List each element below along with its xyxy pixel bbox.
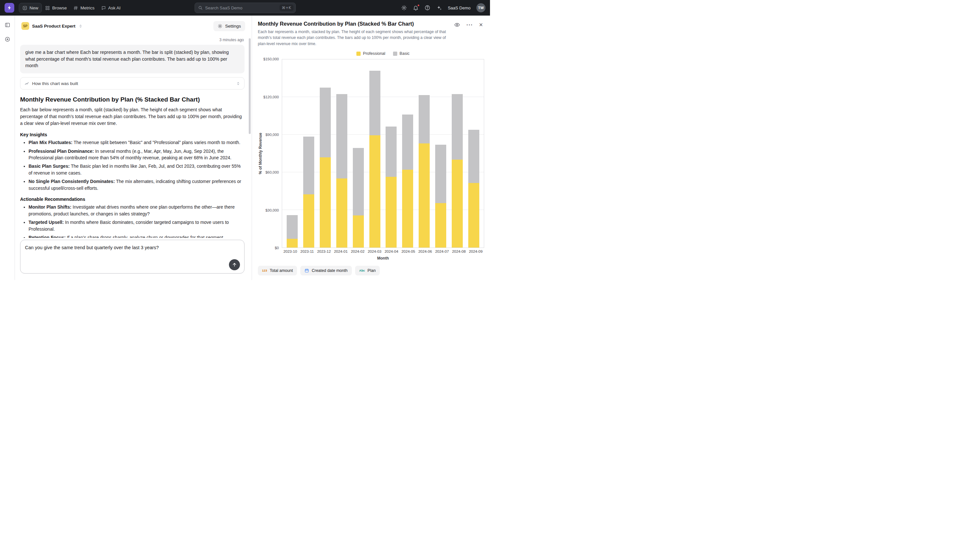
- main-area: SP SaaS Product Expert Settings 3 minute…: [0, 15, 490, 280]
- plus-circle-icon: [5, 36, 10, 42]
- ai-sparkles-button[interactable]: [436, 5, 442, 11]
- bar-2024-07[interactable]: [435, 59, 446, 248]
- user-message: give me a bar chart where Each bar repre…: [20, 45, 244, 73]
- bar-segment-basic[interactable]: [419, 95, 430, 143]
- key-insights-heading: Key Insights: [20, 132, 244, 137]
- bar-segment-professional[interactable]: [468, 183, 479, 248]
- x-tick: 2024-08: [450, 250, 467, 253]
- field-pill-label: Total amount: [270, 268, 293, 273]
- how-chart-built-expander[interactable]: How this chart was built: [20, 77, 244, 90]
- bar-segment-professional[interactable]: [320, 157, 331, 248]
- agent-name: SaaS Product Expert: [32, 24, 76, 28]
- close-panel-button[interactable]: ×: [479, 22, 483, 28]
- field-pills: 123 Total amount Created date month Abc …: [258, 266, 484, 275]
- bar-2023-10[interactable]: [287, 59, 298, 248]
- bar-segment-basic[interactable]: [402, 115, 413, 170]
- number-123-icon: 123: [262, 269, 267, 272]
- new-button[interactable]: New: [19, 3, 42, 13]
- bar-segment-basic[interactable]: [353, 148, 364, 216]
- plot-area: [282, 59, 484, 248]
- bar-2024-08[interactable]: [452, 59, 463, 248]
- x-axis-label: Month: [282, 256, 484, 260]
- chart-panel: Monthly Revenue Contribution by Plan (St…: [252, 15, 490, 280]
- chevron-up-down-icon: [78, 24, 83, 28]
- x-tick: 2023-10: [282, 250, 299, 253]
- field-pill-label: Plan: [367, 268, 375, 273]
- search-icon: [198, 5, 203, 10]
- bar-2024-03[interactable]: [369, 59, 380, 248]
- bar-segment-basic[interactable]: [468, 130, 479, 183]
- workspace-button[interactable]: SaaS Demo: [448, 5, 470, 10]
- field-pill-created-date-month[interactable]: Created date month: [300, 266, 352, 275]
- bar-segment-basic[interactable]: [369, 71, 380, 135]
- global-search[interactable]: ⌘+K: [194, 3, 296, 13]
- app-logo[interactable]: [5, 3, 14, 13]
- bar-2023-11[interactable]: [303, 59, 314, 248]
- notification-badge: [417, 4, 420, 7]
- search-input[interactable]: [205, 5, 277, 10]
- bar-segment-professional[interactable]: [435, 203, 446, 248]
- bar-2024-04[interactable]: [385, 59, 397, 248]
- ask-ai-button-label: Ask AI: [108, 5, 121, 10]
- notifications-button[interactable]: [413, 5, 419, 11]
- scrollbar-thumb[interactable]: [249, 38, 251, 134]
- bar-2023-12[interactable]: [320, 59, 331, 248]
- ask-ai-button[interactable]: Ask AI: [98, 3, 124, 13]
- app-window: New Browse Metrics Ask AI ⌘+K: [0, 0, 490, 280]
- bar-segment-professional[interactable]: [402, 170, 413, 248]
- chat-input[interactable]: [20, 240, 244, 273]
- agent-selector[interactable]: SP SaaS Product Expert: [20, 20, 85, 32]
- bar-segment-professional[interactable]: [287, 239, 298, 248]
- x-axis-ticks: 2023-102023-112023-122024-012024-022024-…: [282, 248, 484, 253]
- bar-segment-basic[interactable]: [385, 127, 397, 177]
- legend-item-basic[interactable]: Basic: [393, 51, 410, 56]
- chat-settings-label: Settings: [225, 24, 241, 28]
- field-pill-plan[interactable]: Abc Plan: [355, 266, 380, 275]
- recommendation-item: Targeted Upsell: In months where Basic d…: [28, 219, 244, 232]
- bar-2024-02[interactable]: [353, 59, 364, 248]
- bar-segment-basic[interactable]: [303, 137, 314, 194]
- legend-item-professional[interactable]: Professional: [356, 51, 385, 56]
- toggle-sidebar-button[interactable]: [3, 21, 12, 29]
- bar-segment-professional[interactable]: [369, 135, 380, 248]
- bar-2024-09[interactable]: [468, 59, 479, 248]
- bar-segment-professional[interactable]: [452, 160, 463, 248]
- recommendations-heading: Actionable Recommendations: [20, 197, 244, 202]
- chat-transcript[interactable]: 3 minutes ago give me a bar chart where …: [15, 34, 252, 238]
- y-tick: $120,000: [263, 95, 279, 99]
- help-circle-icon: [425, 5, 430, 11]
- bar-2024-01[interactable]: [336, 59, 347, 248]
- bars-container: [282, 59, 484, 248]
- settings-gear-button[interactable]: [401, 5, 407, 11]
- chat-settings-button[interactable]: Settings: [213, 21, 245, 31]
- chat-panel: SP SaaS Product Expert Settings 3 minute…: [15, 15, 252, 280]
- bar-segment-basic[interactable]: [336, 94, 347, 179]
- x-tick: 2024-04: [383, 250, 400, 253]
- bar-segment-professional[interactable]: [336, 178, 347, 248]
- bar-segment-professional[interactable]: [303, 194, 314, 248]
- user-avatar[interactable]: TW: [477, 3, 485, 12]
- bar-segment-basic[interactable]: [287, 215, 298, 239]
- how-built-label: How this chart was built: [32, 81, 78, 86]
- bar-segment-basic[interactable]: [320, 88, 331, 157]
- bar-segment-professional[interactable]: [353, 215, 364, 248]
- new-chat-button[interactable]: [3, 35, 12, 43]
- metrics-button[interactable]: Metrics: [70, 3, 98, 13]
- bar-2024-05[interactable]: [402, 59, 413, 248]
- send-button[interactable]: [229, 259, 240, 270]
- bar-segment-professional[interactable]: [385, 177, 397, 248]
- preview-eye-button[interactable]: [454, 22, 460, 28]
- help-button[interactable]: [425, 5, 430, 11]
- y-tick: $30,000: [265, 208, 279, 212]
- bar-segment-professional[interactable]: [419, 143, 430, 248]
- y-tick: $60,000: [265, 170, 279, 174]
- bar-segment-basic[interactable]: [452, 94, 463, 160]
- recommendation-item: Monitor Plan Shifts: Investigate what dr…: [28, 204, 244, 217]
- bar-segment-basic[interactable]: [435, 145, 446, 203]
- browse-button[interactable]: Browse: [42, 3, 70, 13]
- recommendations-list: Monitor Plan Shifts: Investigate what dr…: [20, 204, 244, 238]
- bar-2024-06[interactable]: [419, 59, 430, 248]
- field-pill-total-amount[interactable]: 123 Total amount: [258, 266, 297, 275]
- key-insights-list: Plan Mix Fluctuates: The revenue split b…: [20, 139, 244, 192]
- more-options-button[interactable]: ···: [466, 22, 473, 28]
